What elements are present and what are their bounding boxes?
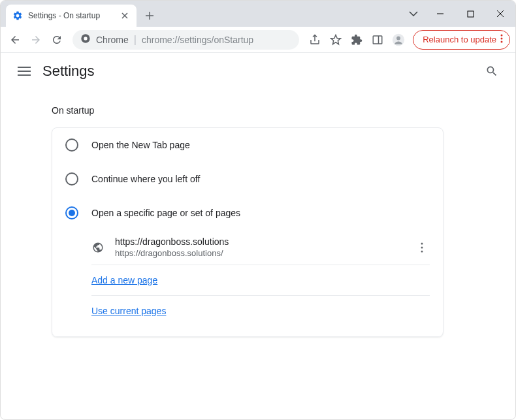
- page-entry-text: https://dragonboss.solutions https://dra…: [115, 236, 414, 258]
- radio-label: Open a specific page or set of pages: [91, 208, 240, 218]
- add-page-link[interactable]: Add a new page: [91, 275, 157, 285]
- close-window-button[interactable]: [485, 3, 515, 24]
- omnibox-separator: |: [134, 34, 137, 46]
- maximize-button[interactable]: [455, 3, 485, 24]
- minimize-button[interactable]: [425, 3, 455, 24]
- option-specific-page[interactable]: Open a specific page or set of pages: [52, 196, 443, 230]
- startup-card: Open the New Tab page Continue where you…: [52, 127, 443, 337]
- menu-button[interactable]: [11, 58, 37, 84]
- svg-rect-3: [373, 36, 382, 44]
- gear-icon: [12, 10, 23, 21]
- chrome-logo-icon: [80, 33, 91, 46]
- tab-search-button[interactable]: [402, 3, 425, 24]
- svg-point-9: [501, 41, 503, 43]
- page-entry-name: https://dragonboss.solutions: [115, 236, 414, 247]
- radio-label: Open the New Tab page: [91, 140, 190, 150]
- use-current-link[interactable]: Use current pages: [91, 306, 166, 316]
- globe-icon: [91, 241, 105, 254]
- search-button[interactable]: [479, 58, 505, 84]
- omnibox-url: chrome://settings/onStartup: [142, 35, 291, 45]
- use-current-row: Use current pages: [91, 296, 430, 326]
- radio-icon: [65, 138, 78, 152]
- option-new-tab[interactable]: Open the New Tab page: [52, 128, 443, 162]
- sidepanel-icon[interactable]: [368, 31, 387, 49]
- svg-point-8: [501, 38, 503, 40]
- relaunch-label: Relaunch to update: [423, 35, 496, 44]
- reload-button[interactable]: [48, 31, 66, 49]
- profile-icon[interactable]: [389, 31, 408, 49]
- radio-icon: [65, 206, 78, 219]
- menu-dots-icon: [500, 34, 503, 45]
- bookmark-icon[interactable]: [327, 31, 345, 49]
- startup-page-entry: https://dragonboss.solutions https://dra…: [91, 230, 430, 265]
- titlebar: Settings - On startup: [1, 1, 515, 27]
- forward-button[interactable]: [27, 31, 45, 49]
- tab-title: Settings - On startup: [28, 11, 120, 20]
- svg-point-10: [421, 242, 423, 244]
- address-bar[interactable]: Chrome | chrome://settings/onStartup: [73, 30, 299, 50]
- share-icon[interactable]: [306, 31, 324, 49]
- svg-point-11: [421, 246, 423, 248]
- window-controls: [402, 1, 515, 27]
- page-entry-menu[interactable]: [414, 242, 430, 253]
- add-page-row: Add a new page: [91, 265, 430, 296]
- svg-point-6: [396, 36, 400, 40]
- radio-label: Continue where you left off: [91, 174, 200, 184]
- section-title: On startup: [1, 97, 515, 127]
- content: On startup Open the New Tab page Continu…: [1, 89, 515, 337]
- page-header: Settings: [1, 53, 515, 89]
- extensions-icon[interactable]: [347, 31, 366, 49]
- option-continue[interactable]: Continue where you left off: [52, 162, 443, 196]
- new-tab-button[interactable]: [140, 7, 159, 25]
- svg-rect-0: [468, 11, 474, 17]
- page-entry-url: https://dragonboss.solutions/: [115, 248, 414, 258]
- page-title: Settings: [42, 63, 479, 80]
- back-button[interactable]: [6, 31, 24, 49]
- svg-point-7: [501, 35, 503, 37]
- toolbar: Chrome | chrome://settings/onStartup Rel…: [1, 27, 515, 53]
- startup-pages: https://dragonboss.solutions https://dra…: [52, 230, 443, 336]
- relaunch-button[interactable]: Relaunch to update: [413, 30, 510, 50]
- close-icon[interactable]: [120, 10, 130, 21]
- omnibox-label: Chrome: [96, 35, 129, 45]
- browser-tab[interactable]: Settings - On startup: [6, 5, 137, 27]
- svg-point-12: [421, 250, 423, 252]
- radio-icon: [65, 172, 78, 186]
- svg-point-2: [84, 37, 87, 40]
